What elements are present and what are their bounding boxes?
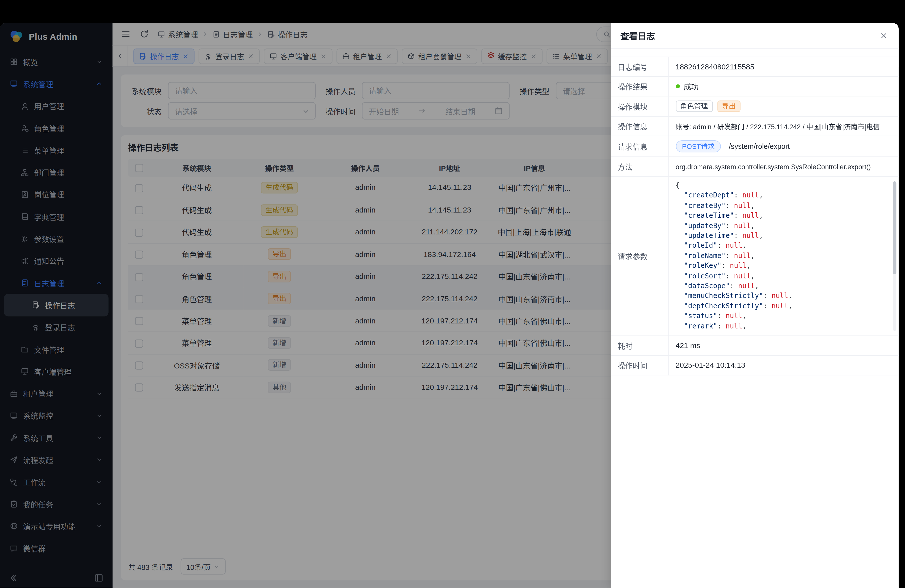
detail-value-method: org.dromara.system.controller.system.Sys… bbox=[668, 157, 899, 176]
request-params-json: { "createDept": null, "createBy": null, … bbox=[675, 181, 892, 332]
detail-label-time: 操作时间 bbox=[611, 355, 668, 375]
success-dot-icon bbox=[675, 84, 680, 88]
drawer-close-button[interactable] bbox=[878, 30, 889, 41]
detail-label-method: 方法 bbox=[611, 157, 668, 176]
log-details-table: 日志编号 1882612840802115585 操作结果 成功 bbox=[611, 57, 899, 375]
json-line: "status": null, bbox=[675, 311, 892, 321]
detail-label-info: 操作信息 bbox=[611, 116, 668, 136]
detail-row-time: 操作时间 2025-01-24 10:14:13 bbox=[611, 355, 899, 375]
json-line: "menuCheckStrictly": null, bbox=[675, 291, 892, 301]
drawer-title: 查看日志 bbox=[621, 29, 655, 41]
request-url: /system/role/export bbox=[729, 142, 790, 150]
status-badge: 成功 bbox=[675, 81, 699, 92]
detail-row-params: 请求参数 { "createDept": null, "createBy": n… bbox=[611, 176, 899, 336]
json-line: "roleId": null, bbox=[675, 241, 892, 251]
json-line: "roleKey": null, bbox=[675, 261, 892, 271]
detail-row-request: 请求信息 POST请求 /system/role/export bbox=[611, 136, 899, 157]
view-log-drawer: 查看日志 日志编号 1882612840802115585 操作结果 成功 bbox=[611, 23, 899, 588]
json-line: "roleName": null, bbox=[675, 251, 892, 261]
detail-label-log-id: 日志编号 bbox=[611, 57, 668, 76]
json-line: "updateTime": null, bbox=[675, 231, 892, 241]
detail-value-result: 成功 bbox=[668, 76, 899, 96]
json-line: "createTime": null, bbox=[675, 211, 892, 221]
json-line: "dataScope": null, bbox=[675, 281, 892, 291]
json-line: "updateBy": null, bbox=[675, 221, 892, 231]
detail-label-request: 请求信息 bbox=[611, 136, 668, 157]
json-line: "deptCheckStrictly": null, bbox=[675, 301, 892, 311]
scrollbar-thumb[interactable] bbox=[893, 181, 897, 274]
close-icon bbox=[880, 32, 888, 40]
drawer-header: 查看日志 bbox=[611, 23, 899, 49]
detail-row-result: 操作结果 成功 bbox=[611, 76, 899, 96]
code-scrollbar[interactable] bbox=[893, 181, 897, 331]
operation-type-tag: 导出 bbox=[717, 100, 740, 112]
json-line: "createDept": null, bbox=[675, 191, 892, 201]
detail-value-log-id: 1882612840802115585 bbox=[668, 57, 899, 76]
detail-row-cost: 耗时 421 ms bbox=[611, 336, 899, 355]
screen: Plus Admin 概览系统管理用户管理角色管理菜单管理部门管理岗位管理字典管… bbox=[0, 0, 905, 588]
drawer-body: 日志编号 1882612840802115585 操作结果 成功 bbox=[611, 49, 899, 588]
detail-value-info: 账号: admin / 研发部门 / 222.175.114.242 / 中国|… bbox=[668, 116, 899, 136]
http-method-tag: POST请求 bbox=[675, 140, 721, 153]
detail-label-result: 操作结果 bbox=[611, 76, 668, 96]
detail-value-time: 2025-01-24 10:14:13 bbox=[668, 355, 899, 375]
detail-row-log-id: 日志编号 1882612840802115585 bbox=[611, 57, 899, 76]
detail-value-module: 角色管理 导出 bbox=[668, 96, 899, 116]
detail-row-info: 操作信息 账号: admin / 研发部门 / 222.175.114.242 … bbox=[611, 116, 899, 136]
detail-label-cost: 耗时 bbox=[611, 336, 668, 355]
detail-row-module: 操作模块 角色管理 导出 bbox=[611, 96, 899, 116]
json-line: "createBy": null, bbox=[675, 201, 892, 211]
detail-label-module: 操作模块 bbox=[611, 96, 668, 116]
json-line: "roleSort": null, bbox=[675, 271, 892, 281]
detail-value-request: POST请求 /system/role/export bbox=[668, 136, 899, 157]
detail-row-method: 方法 org.dromara.system.controller.system.… bbox=[611, 157, 899, 176]
json-line: { bbox=[675, 181, 892, 191]
json-line: "remark": null, bbox=[675, 321, 892, 332]
detail-value-cost: 421 ms bbox=[668, 336, 899, 355]
detail-label-params: 请求参数 bbox=[611, 176, 668, 336]
status-text: 成功 bbox=[684, 81, 699, 92]
detail-value-params: { "createDept": null, "createBy": null, … bbox=[668, 176, 899, 336]
module-tags: 角色管理 导出 bbox=[675, 100, 740, 112]
module-tag: 角色管理 bbox=[675, 100, 713, 112]
